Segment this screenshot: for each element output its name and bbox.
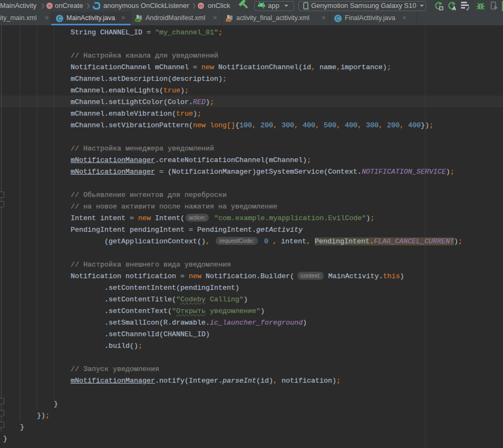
svg-text:m: m (47, 3, 52, 8)
svg-text:<>: <> (227, 18, 231, 22)
svg-text:C: C (336, 16, 340, 22)
svg-text:m: m (199, 3, 203, 8)
svg-text:C: C (57, 16, 61, 22)
svg-text:MF: MF (136, 18, 140, 22)
